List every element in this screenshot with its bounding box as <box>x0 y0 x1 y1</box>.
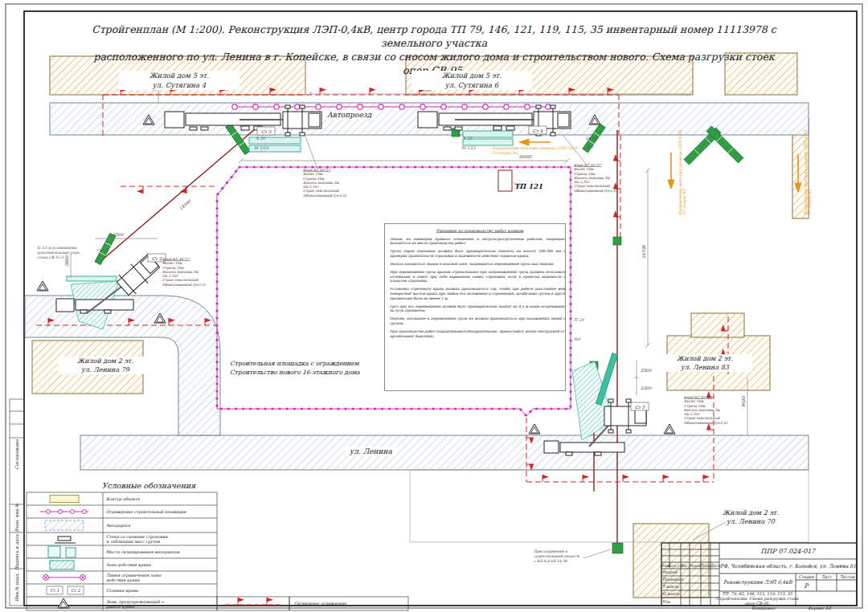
crane-spec-line: Обхватываемый Q=2,5т <box>574 188 670 192</box>
legend-label-road: Автодорога <box>106 518 217 532</box>
building-label-line: Жилой дом 2 эт. <box>701 508 800 517</box>
legend-symbol-stations: Ст 1 Ст 2 <box>47 586 84 594</box>
building-label-line: Жилой дом 5 эт. <box>119 71 240 80</box>
legend-label-stand: Стенд со схемами строповкии таблицами ма… <box>106 532 217 545</box>
instruction-paragraph: Подъём, опускание и перемещение груза не… <box>390 316 566 325</box>
station-label-st3: Ст 3 <box>261 129 272 134</box>
dim-14300: 14300 <box>178 198 192 211</box>
note-wire-direction-top: Направление монтажа провода СИП 2х25 От … <box>492 145 653 165</box>
legend-symbol-crane-zone <box>50 561 74 569</box>
instruction-paragraph: Груз при его перемещении должен быть пре… <box>390 304 566 312</box>
crane-work-instructions: Указания по производству работ краном Ли… <box>384 223 566 391</box>
crane-spec-block-2: Кран КС 45717 Вылет 10м Стрела 10м Высот… <box>574 163 670 222</box>
legend-symbol-fence <box>40 510 88 514</box>
crane-spec-block-3: Кран КС 45717 Вылет 10м Стрела 10м Высот… <box>162 257 259 316</box>
legend-title: Условные обозначения <box>72 481 225 490</box>
note-connection-pole: Присоединение к существующей опоре № с В… <box>534 549 654 577</box>
orange-note-line: От опоры №1 <box>682 189 687 215</box>
instruction-paragraph: Лицам, не имеющим прямого отношения к по… <box>390 237 566 246</box>
frame-label-soglasovano: Согласовано <box>14 440 20 470</box>
label-building-sutyagina-4: Жилой дом 5 эт. ул. Сутягина 4 <box>119 71 240 90</box>
instruction-paragraph: Нельзя находиться людям в опасной зоне, … <box>390 262 566 267</box>
instruction-paragraph: Грузы перед подъемом должны быть предвар… <box>390 249 566 258</box>
titleblock-doc-number: ППР 07.024-017 <box>719 543 857 559</box>
titleblock-lists-label: Листов <box>837 573 857 580</box>
legend-symbol-stand <box>55 537 76 543</box>
legend-label-signal: Сигнальное ограждение <box>294 597 407 610</box>
building-label-line: ул. Ленина 83 <box>657 363 752 372</box>
pole-mark-m110: М 1/10 <box>254 145 269 150</box>
building-label-line: ул. Сутягина 4 <box>119 80 240 90</box>
titleblock-address: РФ, Челябинская область, г. Копейск, ул.… <box>719 559 857 573</box>
orange-note-line: От опоры №1 <box>808 189 813 215</box>
titleblock-stage-label: Стадия <box>796 573 817 580</box>
pole-mark-a29: А 29 <box>256 136 266 141</box>
dim-2500: 2500 <box>641 368 652 373</box>
note-line: стоек СВ 95-3 <box>37 255 158 259</box>
note-additional-poles: № 1/2 и установлены дополнительные узлы … <box>37 246 158 273</box>
frame-label-podpis: Подпись и дата <box>14 534 20 570</box>
titleblock-col-list: Лист <box>681 562 690 569</box>
pole-mark-p29: П 29 <box>574 317 584 322</box>
label-road-avtoproezd: Автопроезд <box>323 110 375 120</box>
pole-mark-u25: У 25 <box>463 136 473 141</box>
crane-spec-line: Обхватываемый Q=2,5т <box>162 282 259 286</box>
site-label-line: Строительная площадка с ограждением <box>230 360 375 369</box>
titleblock-format: Формат А3 <box>796 605 844 612</box>
legend-symbol-warning <box>58 598 69 608</box>
legend-label-fence: Ограждение строительной площадки <box>106 505 217 518</box>
titleblock-col-podp: Подп. <box>701 562 710 569</box>
instruction-paragraph: При производстве работ подрядчиками/субп… <box>390 329 566 338</box>
legend-symbol-road <box>45 520 84 530</box>
legend-symbol-storage <box>48 546 76 557</box>
titleblock-row-proveril: Проверил <box>662 576 681 583</box>
legend-label-crane-zone: Зона действия крана <box>106 558 217 571</box>
dim-2300: 2300 <box>641 386 652 390</box>
legend-st2-text: Ст 2 <box>71 588 80 593</box>
pole-mark-n9: №9 <box>574 337 581 341</box>
titleblock-project: Реконструкция ЛЭП 0,4кВ <box>719 573 796 591</box>
note-line: с ВЛ-0,4 кВ 14-30 <box>534 558 654 563</box>
dim-right: 24700 <box>641 245 646 259</box>
sheet-title: Стройгенплан (М 1:200). Реконструкция ЛЭ… <box>80 22 788 77</box>
titleblock-list-label: Лист <box>817 573 837 580</box>
titleblock-copied: Копировал <box>739 605 788 612</box>
building-label-line: ул. Сутягина 6 <box>411 80 532 90</box>
crane-spec-block-4: Кран КС 45717 Вылет 10м Стрела 10м Высот… <box>684 395 780 454</box>
building-label-line: Жилой дом 2 эт. <box>657 354 752 363</box>
crane-spec-line: Обхватываемый Q=2,5т <box>303 193 399 197</box>
frame-label-vzam: Взам. инв.№ <box>14 504 20 532</box>
building-label-line: Жилой дом 5 эт. <box>411 71 532 80</box>
titleblock-stage-value: Р <box>796 580 817 591</box>
label-construction-site: Строительная площадка с ограждением Стро… <box>230 360 375 377</box>
note-wire-direction-far-right: Направление монтажа провода СИП 4х50 От … <box>803 130 812 215</box>
note-wire-direction-right: Направление монтажа провода СИП 4х50 От … <box>678 130 686 215</box>
legend-symbol-limit-line <box>43 575 86 581</box>
titleblock-row-nkontr: Н.контр. <box>662 590 681 598</box>
dim-4500: 4500 <box>113 232 124 237</box>
building-label-line: ул. Ленина 70 <box>701 517 800 526</box>
site-label-line: Строительство нового 16-этажного дома <box>230 369 375 377</box>
tp-121-box <box>498 170 512 191</box>
label-building-lenina-83: Жилой дом 2 эт. ул. Ленина 83 <box>657 354 752 372</box>
instruction-paragraph: При перемещении груза краном стропальщик… <box>390 270 566 284</box>
crane-spec-block-1: Кран КС 45717 Вылет 10м Стрела 10м Высот… <box>303 168 399 226</box>
building-label-line: ул. Ленина 79 <box>58 365 153 374</box>
parcel-boundary <box>410 470 809 542</box>
legend-label-stations: Стоянки крана <box>106 584 217 597</box>
pole-mark-za29: ЗА 29 <box>585 136 598 141</box>
instruction-paragraph: Установка стрелового крана должна произв… <box>390 287 566 300</box>
legend-symbol-contour <box>50 496 79 503</box>
titleblock-sheet-title: ТП -79, 82, 146, 121, 119, 115, 35 Строй… <box>719 591 796 606</box>
titleblock-row-tkontr: Т.контр. <box>662 583 681 590</box>
label-building-lenina-79: Жилой дом 2 эт. ул. Ленина 79 <box>58 357 153 374</box>
legend-label-warning: Знак, предупреждающий оработе крана <box>106 597 217 610</box>
legend-label-contour: Контур объекта <box>106 492 217 505</box>
titleblock-row-utv: Утв. <box>662 598 681 606</box>
building-label-line: Жилой дом 2 эт. <box>58 357 153 365</box>
building-lenina-83-wing <box>691 313 744 337</box>
frame-label-inv: Инв.№ подл. <box>14 573 20 602</box>
station-label-st5: Ст 5 <box>635 405 645 410</box>
label-tp-121: ТП 121 <box>514 182 542 190</box>
label-building-lenina-70: Жилой дом 2 эт. ул. Ленина 70 <box>701 508 800 526</box>
